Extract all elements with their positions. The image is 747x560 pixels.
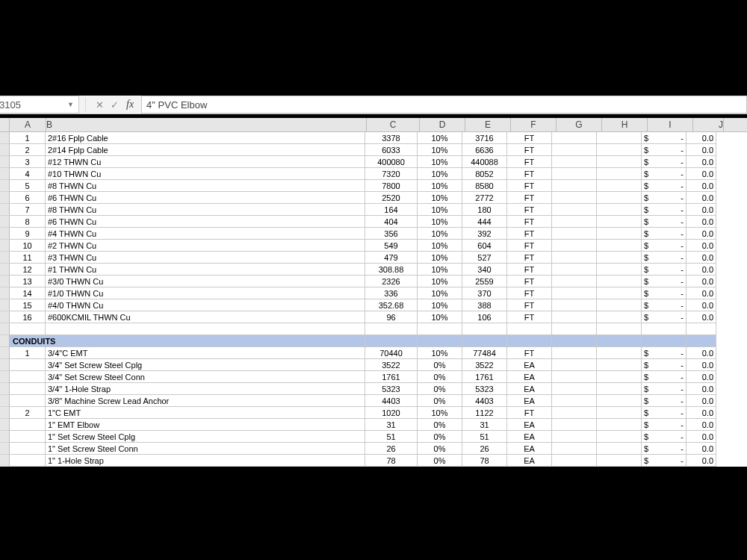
cell-cost[interactable]: $- [642,168,686,180]
cell-total[interactable]: 8580 [462,180,507,192]
table-row[interactable]: 1" EMT Elbow310%31EA$-0.0 [0,419,747,431]
table-row[interactable]: 12#1 THWN Cu308.8810%340FT$-0.0 [0,264,747,276]
cell[interactable] [642,335,686,347]
cell[interactable] [597,228,642,240]
row-header[interactable] [0,419,10,431]
cell-unit[interactable]: FT [507,216,552,228]
cell-waste[interactable]: 0% [418,371,462,383]
cell[interactable] [597,335,642,347]
cell-unit[interactable]: EA [507,359,552,371]
row-header[interactable] [0,431,10,443]
cell-ext[interactable]: 0.0 [686,299,716,311]
cell-cost[interactable]: $- [642,240,686,252]
cell-index[interactable]: 13 [10,276,46,287]
cell-cost[interactable]: $- [642,216,686,228]
cell-cost[interactable]: $- [642,419,686,431]
cell-waste[interactable]: 10% [418,192,462,204]
grid-body[interactable]: 12#16 Fplp Cable337810%3716FT$-0.022#14 … [0,132,747,467]
cell-cost[interactable]: $- [642,132,686,144]
cell-unit[interactable]: FT [507,180,552,192]
cell-index[interactable]: 2 [10,407,46,419]
row-header[interactable] [0,455,10,467]
cell-unit[interactable]: FT [507,287,552,299]
cell-ext[interactable]: 0.0 [686,419,716,431]
cell-waste[interactable]: 0% [418,443,462,455]
cell-description[interactable]: #12 THWN Cu [46,156,365,168]
row-header[interactable] [0,311,10,323]
cell-ext[interactable]: 0.0 [686,347,716,359]
cell-qty[interactable]: 479 [365,252,418,264]
cell[interactable] [597,323,642,335]
table-row[interactable]: 22#14 Fplp Cable603310%6636FT$-0.0 [0,144,747,156]
row-header[interactable] [0,132,10,144]
row-header[interactable] [0,347,10,359]
cell-waste[interactable]: 0% [418,455,462,467]
table-row[interactable]: 4#10 THWN Cu732010%8052FT$-0.0 [0,168,747,180]
row-header[interactable] [0,359,10,371]
table-row[interactable]: 13#3/0 THWN Cu232610%2559FT$-0.0 [0,276,747,287]
table-row[interactable]: 6#6 THWN Cu252010%2772FT$-0.0 [0,192,747,204]
row-header[interactable] [0,204,10,216]
table-row[interactable]: 3/4" Set Screw Steel Cplg35220%3522EA$-0… [0,359,747,371]
cell[interactable] [552,168,597,180]
row-header[interactable] [0,144,10,156]
cell-cost[interactable]: $- [642,180,686,192]
cell-total[interactable]: 1122 [462,407,507,419]
cell-waste[interactable]: 10% [418,144,462,156]
cell-unit[interactable]: FT [507,144,552,156]
row-header[interactable] [0,299,10,311]
table-row[interactable]: 12#16 Fplp Cable337810%3716FT$-0.0 [0,132,747,144]
cell-qty[interactable]: 26 [365,443,418,455]
cell-description[interactable]: #8 THWN Cu [46,204,365,216]
row-header[interactable] [0,335,10,347]
cell-description[interactable]: #8 THWN Cu [46,180,365,192]
cell-description[interactable]: #1/0 THWN Cu [46,287,365,299]
cell[interactable] [552,323,597,335]
col-header-E[interactable]: E [465,118,511,131]
cell-index[interactable]: 11 [10,252,46,264]
cell-unit[interactable]: EA [507,431,552,443]
cell-waste[interactable]: 10% [418,216,462,228]
cell-total[interactable]: 444 [462,216,507,228]
formula-input[interactable]: 4" PVC Elbow [141,96,747,113]
cell-index[interactable]: 8 [10,216,46,228]
cell[interactable] [597,168,642,180]
cell[interactable] [597,144,642,156]
cell[interactable] [46,323,365,335]
cell-description[interactable]: #1 THWN Cu [46,264,365,276]
cell-qty[interactable]: 308.88 [365,264,418,276]
cell[interactable] [597,431,642,443]
cell-cost[interactable]: $- [642,276,686,287]
cell-ext[interactable]: 0.0 [686,311,716,323]
cell-description[interactable]: #3 THWN Cu [46,252,365,264]
cell-index[interactable] [10,443,46,455]
table-row[interactable]: 3/8" Machine Screw Lead Anchor44030%4403… [0,395,747,407]
cell-cost[interactable]: $- [642,395,686,407]
row-header[interactable] [0,180,10,192]
cell-index[interactable] [10,395,46,407]
row-header[interactable] [0,156,10,168]
cell[interactable] [552,407,597,419]
cell-total[interactable]: 5323 [462,383,507,395]
table-row[interactable]: 11#3 THWN Cu47910%527FT$-0.0 [0,252,747,264]
cell-unit[interactable]: FT [507,264,552,276]
cell[interactable] [552,204,597,216]
cell[interactable] [597,156,642,168]
table-row[interactable]: 13/4"C EMT7044010%77484FT$-0.0 [0,347,747,359]
cell-ext[interactable]: 0.0 [686,287,716,299]
cell-cost[interactable]: $- [642,204,686,216]
cell-qty[interactable]: 549 [365,240,418,252]
cell-cost[interactable]: $- [642,299,686,311]
col-header-I[interactable]: I [648,118,693,131]
cell[interactable] [552,132,597,144]
cell[interactable] [597,443,642,455]
cell-qty[interactable]: 336 [365,287,418,299]
cell-ext[interactable]: 0.0 [686,252,716,264]
cell-ext[interactable]: 0.0 [686,144,716,156]
cell-qty[interactable]: 1020 [365,407,418,419]
cell[interactable] [552,299,597,311]
cell-description[interactable]: #2 THWN Cu [46,240,365,252]
cell-index[interactable]: 6 [10,192,46,204]
cell-index[interactable]: 3 [10,156,46,168]
cell[interactable] [552,180,597,192]
